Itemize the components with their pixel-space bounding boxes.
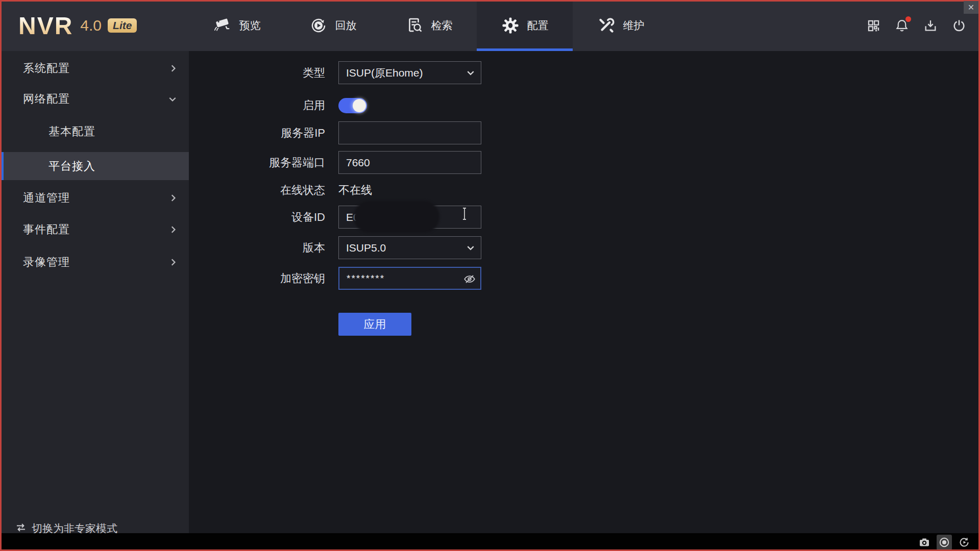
version-select[interactable]: ISUP5.0 <box>338 236 481 259</box>
tab-label: 检索 <box>431 18 453 33</box>
toggle-knob <box>353 99 366 112</box>
encryption-key-label: 加密密钥 <box>189 271 325 286</box>
notification-badge <box>905 16 911 22</box>
sidebar-item-label: 基本配置 <box>48 124 95 139</box>
device-id-label: 设备ID <box>189 210 325 225</box>
device-id-wrap <box>338 206 481 229</box>
sidebar-item-label: 系统配置 <box>23 61 70 76</box>
record-icon[interactable] <box>937 535 952 550</box>
form-row-server-ip: 服务器IP <box>189 121 481 144</box>
server-ip-label: 服务器IP <box>189 126 325 141</box>
form-row-type: 类型 ISUP(原Ehome) <box>189 61 481 84</box>
sidebar-item-recording-management[interactable]: 录像管理 <box>0 248 189 276</box>
privacy-blur-overlay <box>354 201 439 233</box>
restore-icon[interactable] <box>957 535 972 550</box>
gear-icon <box>501 16 520 35</box>
type-select[interactable]: ISUP(原Ehome) <box>338 61 481 84</box>
server-ip-input[interactable] <box>338 121 481 144</box>
version-select-value: ISUP5.0 <box>346 242 386 254</box>
snapshot-camera-icon[interactable] <box>917 535 932 550</box>
sidebar-item-network-config[interactable]: 网络配置 <box>0 85 189 113</box>
tab-search[interactable]: 检索 <box>381 0 477 51</box>
enable-toggle[interactable] <box>338 98 367 113</box>
form-row-online-status: 在线状态 不在线 <box>189 183 372 198</box>
tab-maintenance[interactable]: 维护 <box>573 0 669 51</box>
online-status-label: 在线状态 <box>189 183 325 198</box>
version-label: 版本 <box>189 240 325 256</box>
app-logo: NVR 4.0 Lite <box>18 0 137 51</box>
form-row-device-id: 设备ID <box>189 206 481 229</box>
cctv-camera-icon <box>213 16 232 35</box>
tab-config[interactable]: 配置 <box>477 0 573 51</box>
chevron-down-icon <box>168 95 177 103</box>
nvr-app-window: NVR 4.0 Lite 预览 <box>0 0 980 551</box>
chevron-down-icon <box>467 70 475 76</box>
power-icon[interactable] <box>951 18 967 33</box>
form-row-version: 版本 ISUP5.0 <box>189 236 481 259</box>
download-icon[interactable] <box>923 18 938 33</box>
sidebar-item-channel-management[interactable]: 通道管理 <box>0 184 189 212</box>
encryption-key-input[interactable] <box>338 267 481 290</box>
qr-code-icon[interactable] <box>866 18 881 33</box>
playback-icon <box>309 16 328 35</box>
sidebar-item-event-config[interactable]: 事件配置 <box>0 215 189 243</box>
chevron-right-icon <box>169 258 177 266</box>
sidebar-item-label: 平台接入 <box>48 159 95 174</box>
platform-access-form: 类型 ISUP(原Ehome) 启用 服务器IP 服务器端口 在线状态 不在 <box>189 51 980 533</box>
sidebar-item-basic-config[interactable]: 基本配置 <box>0 117 189 145</box>
text-cursor <box>461 207 468 222</box>
enable-label: 启用 <box>189 98 325 113</box>
apply-button[interactable]: 应用 <box>338 313 411 336</box>
logo-title: NVR <box>18 12 73 40</box>
sidebar-item-system-config[interactable]: 系统配置 <box>0 54 189 82</box>
tab-label: 预览 <box>239 18 261 33</box>
chevron-right-icon <box>169 64 177 72</box>
type-label: 类型 <box>189 65 325 81</box>
config-sidebar: 系统配置 网络配置 基本配置 平台接入 通道管理 事件配置 <box>0 51 189 533</box>
server-port-input[interactable] <box>338 151 481 174</box>
online-status-value: 不在线 <box>338 183 372 198</box>
sidebar-item-label: 网络配置 <box>23 91 70 107</box>
logo-lite-badge: Lite <box>108 18 137 33</box>
tab-preview[interactable]: 预览 <box>189 0 285 51</box>
encryption-key-wrap <box>338 267 481 290</box>
tab-label: 维护 <box>623 18 645 33</box>
main-nav: 预览 回放 <box>189 0 669 51</box>
sidebar-item-platform-access[interactable]: 平台接入 <box>0 152 189 180</box>
sidebar-item-label: 通道管理 <box>23 190 70 206</box>
tab-label: 回放 <box>335 18 357 33</box>
sidebar-item-label: 录像管理 <box>23 255 70 270</box>
tab-playback[interactable]: 回放 <box>285 0 381 51</box>
form-row-enable: 启用 <box>189 98 367 113</box>
tools-icon <box>597 16 616 35</box>
chevron-right-icon <box>169 226 177 234</box>
close-window-button[interactable]: ✕ <box>964 1 978 14</box>
tab-label: 配置 <box>527 18 549 33</box>
chevron-right-icon <box>169 194 177 202</box>
server-port-label: 服务器端口 <box>189 155 325 170</box>
topbar-actions <box>866 0 967 51</box>
sidebar-item-label: 事件配置 <box>23 222 70 237</box>
eye-slash-icon[interactable] <box>463 272 476 286</box>
notification-bell-icon[interactable] <box>894 18 910 33</box>
form-row-encryption-key: 加密密钥 <box>189 267 481 290</box>
type-select-value: ISUP(原Ehome) <box>346 66 423 80</box>
search-doc-icon <box>405 16 424 35</box>
bottom-status-bar <box>0 533 980 551</box>
chevron-down-icon <box>467 245 475 251</box>
top-bar: NVR 4.0 Lite 预览 <box>0 0 980 51</box>
form-row-server-port: 服务器端口 <box>189 151 481 174</box>
logo-version: 4.0 <box>80 17 102 34</box>
